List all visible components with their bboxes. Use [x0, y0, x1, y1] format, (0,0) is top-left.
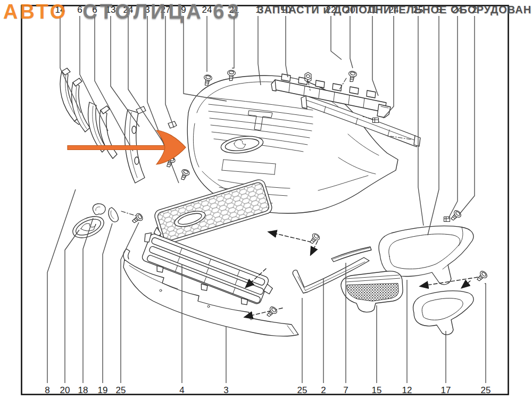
leader-line: [65, 230, 79, 383]
side-moulding-strips: [60, 68, 117, 159]
callout-number-top-8: 24: [202, 5, 212, 15]
screw-icon: [347, 71, 357, 82]
leader-line: [485, 284, 486, 383]
callout-number-bottom-3: 19: [98, 385, 108, 395]
leader-line: [350, 16, 353, 68]
callout-number-top-11: 10: [281, 5, 291, 15]
screw-icon: [265, 305, 278, 319]
callout-number-bottom-11: 12: [402, 385, 412, 395]
leader-line: [258, 16, 261, 85]
callout-number-bottom-2: 18: [78, 385, 88, 395]
callout-number-top-5: 3: [145, 5, 149, 15]
leader-line: [103, 223, 112, 383]
parts-diagram-page: 1466132432792421110222011242552428201819…: [0, 0, 532, 399]
callout-number-top-4: 24: [123, 5, 134, 15]
leader-line: [428, 16, 439, 235]
leader-line: [165, 16, 174, 128]
side-rail: [125, 106, 146, 183]
callout-number-bottom-0: 8: [45, 385, 49, 395]
clip-icon: [373, 118, 379, 123]
callout-number-top-15: 24: [389, 5, 399, 15]
callout-number-top-1: 6: [77, 5, 82, 15]
leader-line: [83, 218, 93, 383]
leader-line: [460, 16, 475, 214]
callout-number-top-6: 27: [161, 5, 171, 15]
leader-line: [286, 16, 288, 77]
callout-number-bottom-8: 2: [321, 385, 326, 395]
callout-number-bottom-13: 25: [481, 385, 491, 395]
screw-icon: [131, 212, 144, 225]
callout-number-top-16: 25: [413, 5, 423, 15]
callout-number-top-3: 13: [106, 5, 116, 15]
leader-line: [232, 16, 234, 68]
callout-number-bottom-4: 25: [116, 385, 126, 395]
callout-number-bottom-5: 4: [179, 385, 184, 395]
callout-number-top-10: 1: [255, 5, 260, 15]
callout-number-top-7: 9: [181, 5, 186, 15]
callout-number-bottom-12: 17: [441, 385, 451, 395]
lada-emblem: [70, 212, 107, 242]
leader-line: [372, 16, 378, 96]
screw-icon: [475, 270, 488, 283]
leader-line: [331, 16, 342, 60]
callout-number-bottom-6: 3: [223, 385, 228, 395]
callout-number-top-12: 22: [326, 5, 336, 15]
callout-number-bottom-10: 15: [372, 385, 382, 395]
callout-number-bottom-1: 20: [60, 385, 70, 395]
callout-number-top-19: 2: [472, 5, 477, 15]
callout-number-top-0: 14: [55, 5, 65, 15]
leader-line: [47, 189, 76, 383]
fog-cover-mesh: [341, 271, 403, 312]
callout-number-bottom-7: 25: [297, 385, 307, 395]
callout-number-top-9: 21: [229, 5, 239, 15]
fog-bezel-lower-right: [413, 291, 474, 335]
leader-line: [121, 222, 139, 383]
callout-number-top-13: 20: [345, 5, 355, 15]
screw-icon: [308, 232, 321, 245]
callout-number-top-17: 5: [436, 5, 441, 15]
leader-line: [111, 16, 139, 127]
bumper-cover: [168, 76, 398, 213]
leader-line: [448, 16, 458, 218]
callout-number-bottom-9: 7: [343, 385, 348, 395]
leader-line: [418, 16, 423, 226]
callout-number-top-18: 24: [453, 5, 463, 15]
callout-number-top-14: 11: [368, 5, 377, 15]
exploded-parts-diagram: 1466132432792421110222011242552428201819…: [0, 0, 532, 399]
screw-icon: [179, 168, 190, 181]
screw-icon: [449, 209, 462, 222]
callout-number-top-2: 6: [92, 5, 97, 15]
